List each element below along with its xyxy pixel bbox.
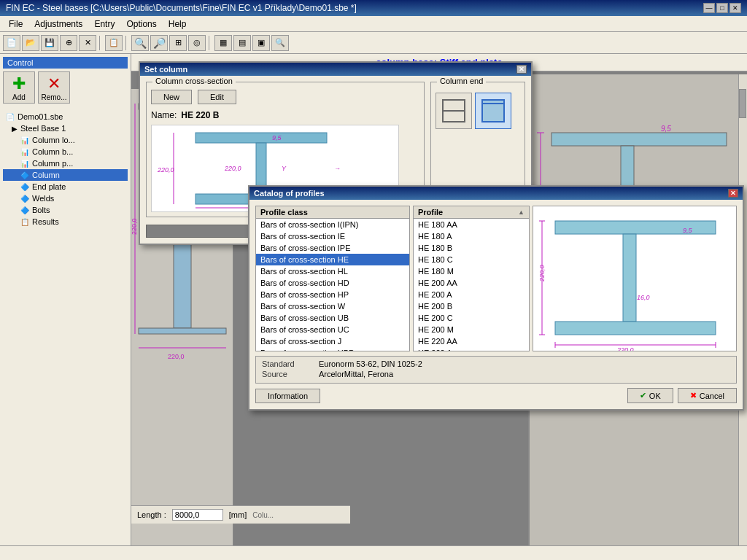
maximize-btn[interactable]: □ <box>716 3 728 13</box>
add-btn[interactable]: ⊕ <box>60 35 77 51</box>
tree-bolts[interactable]: 🔷 Bolts <box>3 204 128 216</box>
tree-column-b[interactable]: 📊 Column b... <box>3 146 128 158</box>
class-item-10[interactable]: Bars of cross-section J <box>256 335 409 347</box>
zoom-fit-btn[interactable]: ⊞ <box>169 35 187 51</box>
titlebar-controls[interactable]: — □ ✕ <box>703 3 741 13</box>
close-btn[interactable]: ✕ <box>729 3 741 13</box>
ok-btn[interactable]: ✔ OK <box>627 388 673 403</box>
profile-item-4[interactable]: HE 180 M <box>414 265 529 277</box>
svg-text:220,0: 220,0 <box>131 218 138 235</box>
set-column-close-btn[interactable]: ✕ <box>516 65 527 74</box>
svg-text:9,5: 9,5 <box>272 134 282 141</box>
menu-file[interactable]: File <box>3 18 28 30</box>
tree-results[interactable]: 📋 Results <box>3 216 128 228</box>
tree-column-lo[interactable]: 📊 Column lo... <box>3 134 128 146</box>
profile-item-5[interactable]: HE 200 AA <box>414 277 529 289</box>
profile-preview-svg: 9,5 16,0 220,0 220,0 <box>533 206 737 351</box>
edit-btn[interactable]: Edit <box>198 90 236 104</box>
svg-rect-23 <box>196 133 327 143</box>
svg-text:220,0: 220,0 <box>224 165 241 172</box>
profile-class-list[interactable]: Profile class Bars of cross-section I(IP… <box>255 206 410 351</box>
profile-class-header: Profile class <box>256 206 409 219</box>
profile-list[interactable]: Profile ▲ HE 180 AA HE 180 A HE 180 B HE… <box>413 206 530 351</box>
class-item-5[interactable]: Bars of cross-section HD <box>256 277 409 289</box>
profile-class-panel: Profile class Bars of cross-section I(IP… <box>255 206 410 351</box>
tree-column-p[interactable]: 📊 Column p... <box>3 158 128 169</box>
save-btn[interactable]: 💾 <box>41 35 58 51</box>
tree-end-plate[interactable]: 🔷 End plate <box>3 181 128 192</box>
standard-label: Standard <box>262 359 313 368</box>
class-item-0[interactable]: Bars of cross-section I(IPN) <box>256 219 409 230</box>
copy-btn[interactable]: 📋 <box>105 35 123 51</box>
information-btn[interactable]: Information <box>255 389 320 403</box>
zoom-rect-btn[interactable]: ◎ <box>188 35 206 51</box>
tree-column[interactable]: 🔷 Column <box>3 169 128 181</box>
minimize-btn[interactable]: — <box>703 3 715 13</box>
svg-text:220,0: 220,0 <box>157 166 174 174</box>
new-btn[interactable]: New <box>151 90 192 104</box>
menu-adjustments[interactable]: Adjustments <box>28 18 88 30</box>
menubar: File Adjustments Entry Options Help <box>0 16 747 32</box>
catalog-close-btn[interactable]: ✕ <box>728 189 738 198</box>
catalog-dialog: Catalog of profiles ✕ Profile class Bars… <box>248 185 744 411</box>
svg-text:9,5: 9,5 <box>661 125 671 133</box>
class-item-4[interactable]: Bars of cross-section HL <box>256 265 409 277</box>
search-btn[interactable]: 🔍 <box>271 35 289 51</box>
right-content: column base: Stiff end plate 9,5 220,0 2… <box>131 54 747 545</box>
tree-root[interactable]: 📄 Demo01.sbe <box>3 111 128 122</box>
profile-item-3[interactable]: HE 180 C <box>414 254 529 265</box>
profile-item-9[interactable]: HE 200 M <box>414 324 529 335</box>
view2-btn[interactable]: ▤ <box>233 35 251 51</box>
name-label: Name: <box>151 110 177 120</box>
cancel-btn[interactable]: ✖ Cancel <box>678 388 737 403</box>
add-button[interactable]: ✚ Add <box>3 71 35 104</box>
svg-text:220,0: 220,0 <box>538 265 546 282</box>
class-item-11[interactable]: Bars of cross-section UBP <box>256 347 409 351</box>
svg-text:→: → <box>334 165 341 172</box>
cross-section-title: Column cross-section <box>152 77 236 85</box>
profile-item-8[interactable]: HE 200 C <box>414 312 529 324</box>
profile-item-7[interactable]: HE 200 B <box>414 300 529 312</box>
left-panel: Control ✚ Add ✕ Remo... 📄 Demo01.sbe <box>0 54 131 545</box>
standard-value: Euronorm 53-62, DIN 1025-2 <box>319 359 422 368</box>
profile-item-11[interactable]: HE 220 A <box>414 347 529 351</box>
class-item-1[interactable]: Bars of cross-section IE <box>256 230 409 242</box>
svg-rect-40 <box>555 322 716 335</box>
profile-item-0[interactable]: HE 180 AA <box>414 219 529 230</box>
remove-button[interactable]: ✕ Remo... <box>38 71 70 104</box>
class-item-7[interactable]: Bars of cross-section W <box>256 300 409 312</box>
col-end-btn2[interactable] <box>475 93 511 129</box>
menu-entry[interactable]: Entry <box>88 18 120 30</box>
class-item-2[interactable]: Bars of cross-section IPE <box>256 242 409 254</box>
class-item-9[interactable]: Bars of cross-section UC <box>256 324 409 335</box>
view1-btn[interactable]: ▦ <box>214 35 232 51</box>
class-item-6[interactable]: Bars of cross-section HP <box>256 289 409 300</box>
svg-text:16,0: 16,0 <box>637 294 650 301</box>
class-item-8[interactable]: Bars of cross-section UB <box>256 312 409 324</box>
catalog-body: Profile class Bars of cross-section I(IP… <box>249 200 743 409</box>
name-value: HE 220 B <box>181 110 219 120</box>
profile-panel: Profile ▲ HE 180 AA HE 180 A HE 180 B HE… <box>413 206 530 351</box>
zoom-in-btn[interactable]: 🔍 <box>131 35 149 51</box>
remove-btn[interactable]: ✕ <box>79 35 96 51</box>
tree-steel-base[interactable]: ▶ Steel Base 1 <box>3 122 128 134</box>
zoom-out-btn[interactable]: 🔎 <box>150 35 168 51</box>
open-btn[interactable]: 📂 <box>22 35 39 51</box>
source-row: Source ArcelorMittal, Ferona <box>262 370 730 378</box>
col-end-btn1[interactable] <box>436 93 472 129</box>
svg-text:9,5: 9,5 <box>683 227 693 234</box>
profile-preview: 9,5 16,0 220,0 220,0 <box>533 206 737 351</box>
tree-welds[interactable]: 🔷 Welds <box>3 192 128 204</box>
new-file-btn[interactable]: 📄 <box>3 35 20 51</box>
app-title: FIN EC - Steel bases [C:\Users\Public\Do… <box>6 3 357 13</box>
profile-item-6[interactable]: HE 200 A <box>414 289 529 300</box>
menu-options[interactable]: Options <box>120 18 162 30</box>
length-input[interactable] <box>172 509 223 521</box>
profile-item-2[interactable]: HE 180 B <box>414 242 529 254</box>
profile-item-1[interactable]: HE 180 A <box>414 230 529 242</box>
menu-help[interactable]: Help <box>163 18 193 30</box>
class-item-3[interactable]: Bars of cross-section HE <box>256 254 409 265</box>
profile-item-10[interactable]: HE 220 AA <box>414 335 529 347</box>
view3-btn[interactable]: ▣ <box>252 35 270 51</box>
svg-rect-0 <box>551 133 727 146</box>
